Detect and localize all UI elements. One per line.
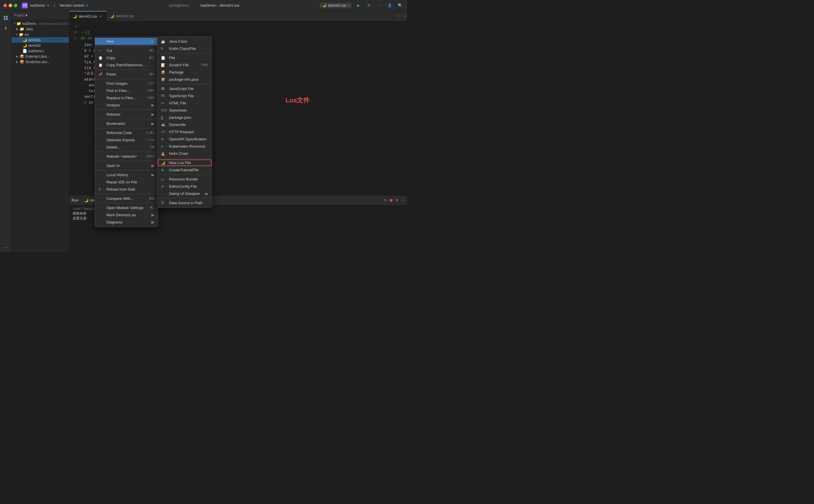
refactor-arrow-icon: ▶ [151, 112, 154, 116]
submenu-item-editorconfig[interactable]: ⚙ EditorConfig File [157, 183, 212, 190]
sidebar-icon-commit[interactable] [1, 24, 10, 33]
separator-5 [95, 119, 158, 119]
menu-item-refactor[interactable]: Refactor ▶ [95, 111, 158, 118]
tree-item-luademo-i[interactable]: 📄 luaDemo.i [12, 48, 69, 54]
run-button[interactable]: ▶ [355, 2, 362, 9]
menu-item-cut[interactable]: ✂ Cut ⌘X [95, 47, 158, 54]
more-button[interactable]: ⋯ [376, 2, 383, 9]
sub-sep-3 [157, 158, 212, 158]
bookmarks-arrow-icon: ▶ [151, 121, 154, 126]
run-config[interactable]: 🌙 demo01.lua ▾ [320, 3, 351, 8]
tree-item-demo02[interactable]: 🌙 demo02 [12, 43, 69, 48]
analyze-arrow-icon: ▶ [151, 103, 154, 107]
submenu-item-html[interactable]: <> HTML File [157, 99, 212, 107]
menu-item-optimize[interactable]: Optimize Imports ⌃⌥O [95, 136, 158, 144]
traffic-light-green[interactable] [14, 4, 17, 7]
submenu-item-resource-bundle[interactable]: 🗂 Resource Bundle [157, 176, 212, 183]
submenu-item-css[interactable]: CSS Stylesheet [157, 107, 212, 114]
packagejson-icon: {} [161, 116, 167, 120]
submenu-item-k8s[interactable]: ⎈ Kubernetes Resource [157, 143, 212, 150]
paste-icon: 📌 [98, 72, 104, 76]
submenu-item-tutorial[interactable]: ⚙ CreateTutorialFile [157, 166, 212, 174]
menu-item-copy[interactable]: 📋 Copy ⌘C [95, 54, 158, 61]
menu-item-copy-path[interactable]: 📋 Copy Path/Reference... [95, 61, 158, 69]
openapi-icon: ⚙ [161, 137, 167, 141]
tree-root[interactable]: ▾ 📁 luaDemo ~/WorkSpace/luaDemo [12, 21, 69, 26]
tree-item-idea[interactable]: ▶ 📁 .idea [12, 26, 69, 32]
tree-item-demo01[interactable]: 🌙 demo01 [12, 37, 69, 43]
titlebar: LD luaDemo ▾ | Version control ▾ springD… [0, 0, 407, 11]
menu-item-reformat[interactable]: Reformat Code ⌥⌘L [95, 129, 158, 136]
menu-item-reload[interactable]: ↻ Reload from Disk [95, 186, 158, 193]
project-title[interactable]: luaDemo [30, 3, 45, 7]
editor-area: 🌙 demo01.lua × 🌙 demo02.lua ⋮ ✓ 9 10 --[… [69, 11, 407, 252]
lua-annotation: Lua文件 [285, 96, 309, 105]
menu-item-find-files[interactable]: Find in Files... ⇧⌘F [95, 87, 158, 94]
copy-path-icon: 📋 [98, 63, 104, 67]
tab-spring-demo[interactable]: springDemo [169, 3, 189, 7]
submenu-item-http[interactable]: API HTTP Request [157, 128, 212, 136]
menu-item-mark-dir[interactable]: Mark Directory as ▶ [95, 211, 158, 219]
submenu-item-helm[interactable]: ⛵ Helm Chart [157, 150, 212, 157]
titlebar-left: LD luaDemo ▾ | Version control ▾ [3, 3, 88, 8]
menu-item-open-in[interactable]: Open In ▶ [95, 162, 158, 169]
submenu-item-openapi[interactable]: ⚙ OpenAPI Specification [157, 136, 212, 143]
menu-item-new[interactable]: New ▶ [95, 38, 158, 45]
package-info-icon: 📦 [161, 78, 167, 82]
menu-item-delete[interactable]: Delete... ⌫ [95, 144, 158, 151]
search-button[interactable]: 🔍 [396, 2, 403, 9]
tree-item-src[interactable]: ▾ 📁 src [12, 32, 69, 37]
new-arrow-icon: ▶ [151, 39, 154, 44]
menu-item-paste[interactable]: 📌 Paste ⌘V [95, 71, 158, 78]
html-icon: <> [161, 101, 167, 105]
submenu-item-swing[interactable]: Swing UI Designer ▶ [157, 190, 212, 197]
submenu-item-ts[interactable]: TS TypeScript File [157, 92, 212, 99]
submenu-item-js[interactable]: JS JavaScript File [157, 85, 212, 92]
tree-item-scratches[interactable]: ▶ 📦 Scratches anc... [12, 59, 69, 65]
submenu-item-lua[interactable]: 🌙 New Lua File [157, 159, 212, 166]
tab-lua-demo[interactable]: luaDemo – demo01.lua [200, 3, 239, 7]
submenu-item-scratch[interactable]: 📝 Scratch File ⇧⌘N [157, 61, 212, 69]
submenu-item-kotlin[interactable]: K Kotlin Class/File [157, 45, 212, 52]
version-control-label[interactable]: Version control [59, 3, 84, 7]
debug-button[interactable]: ⚙ [365, 2, 372, 9]
submenu-item-packagejson[interactable]: {} package.json [157, 114, 212, 121]
svg-point-4 [5, 27, 7, 29]
submenu-item-datasource[interactable]: 🗄 Data Source in Path [157, 199, 212, 206]
menu-item-repair-ide[interactable]: Repair IDE on File [95, 178, 158, 186]
menu-item-compare[interactable]: Compare With... ⌘D [95, 195, 158, 202]
submenu-item-package[interactable]: 📦 Package [157, 69, 212, 76]
menu-item-find-usages[interactable]: Find Usages ⌥F7 [95, 80, 158, 87]
context-menu-overlay[interactable]: New ▶ ✂ Cut ⌘X 📋 Copy ⌘C 📋 [69, 11, 407, 252]
sub-sep-1 [157, 53, 212, 53]
menu-item-module-settings[interactable]: Open Module Settings ⌘↓ [95, 204, 158, 211]
traffic-light-yellow[interactable] [9, 4, 12, 7]
menu-item-replace-files[interactable]: Replace in Files... ⇧⌘R [95, 94, 158, 101]
main-layout: ⋯ Project ▾ ▾ 📁 luaDemo ~/WorkSpace/luaD… [0, 11, 407, 252]
submenu-item-package-info[interactable]: 📦 package-info.java [157, 76, 212, 83]
submenu-item-java-class[interactable]: ☕ Java Class [157, 38, 212, 45]
new-lua-label: New Lua File [169, 161, 191, 165]
dropdown-arrow-vc[interactable]: ▾ [86, 3, 88, 7]
css-icon: CSS [161, 109, 167, 112]
dropdown-arrow-project[interactable]: ▾ [47, 3, 49, 7]
tree-item-external[interactable]: ▶ 📦 External Libra... [12, 54, 69, 59]
project-tree: ▾ 📁 luaDemo ~/WorkSpace/luaDemo ▶ 📁 .ide… [12, 20, 69, 66]
menu-item-rebuild[interactable]: Rebuild '<default>' ⇧⌘F9 [95, 153, 158, 160]
menu-item-bookmarks[interactable]: Bookmarks ▶ [95, 120, 158, 127]
sidebar-icon-project[interactable] [1, 13, 10, 22]
local-history-arrow-icon: ▶ [151, 173, 154, 177]
menu-item-local-history[interactable]: Local History ▶ [95, 171, 158, 178]
submenu-item-file[interactable]: 📄 File [157, 54, 212, 61]
traffic-light-red[interactable] [3, 4, 7, 7]
package-icon: 📦 [161, 70, 167, 74]
open-in-arrow-icon: ▶ [151, 163, 154, 168]
sidebar-icon-more[interactable]: ⋯ [1, 243, 10, 252]
menu-item-diagrams[interactable]: Diagrams ▶ [95, 219, 158, 226]
sub-sep-4 [157, 174, 212, 175]
menu-item-analyze[interactable]: Analyze ▶ [95, 101, 158, 109]
user-button[interactable]: 👤 [386, 2, 393, 9]
panel-title-arrow[interactable]: ▾ [26, 13, 27, 17]
editorconfig-icon: ⚙ [161, 185, 167, 189]
submenu-item-docker[interactable]: 🐳 Dockerfile [157, 121, 212, 128]
